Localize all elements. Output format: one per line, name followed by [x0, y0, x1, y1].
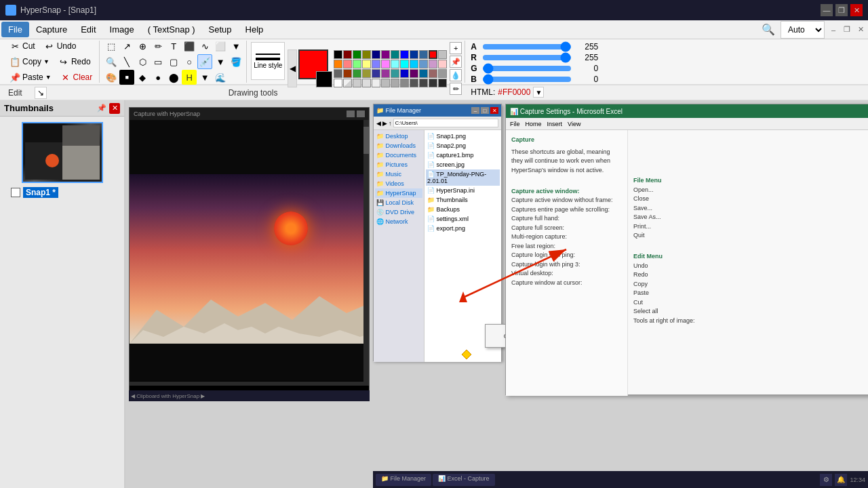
clear-button[interactable]: ✕ Clear — [56, 70, 97, 85]
h-scrollbar[interactable] — [130, 382, 369, 386]
color-swatch[interactable] — [438, 69, 447, 78]
black-diamond[interactable]: ◆ — [135, 70, 150, 85]
expand-color-btn[interactable]: ▼ — [533, 87, 544, 98]
maximize-button[interactable]: ❐ — [835, 4, 848, 16]
color-swatch[interactable] — [362, 69, 371, 78]
color-swatch[interactable] — [372, 50, 380, 59]
b-slider[interactable] — [483, 77, 571, 82]
menu-setup[interactable]: Setup — [202, 22, 239, 37]
fm-path[interactable]: C:\Users\ — [393, 119, 499, 127]
taskbar-item-2[interactable]: 📊 Excel - Capture — [433, 474, 495, 486]
color-swatch[interactable] — [343, 60, 352, 68]
color-swatch[interactable] — [410, 60, 418, 68]
crop-dropdown[interactable]: ▼ — [229, 39, 243, 54]
v-scrollbar[interactable] — [363, 120, 369, 386]
color-swatch[interactable] — [438, 79, 447, 87]
cut-button[interactable]: ✂ Cut — [5, 39, 39, 54]
black-rect[interactable]: ■ — [119, 70, 134, 85]
zoom-tool[interactable]: 🔍 — [104, 54, 119, 69]
color-swatch[interactable] — [353, 69, 361, 78]
color-swatch[interactable] — [391, 60, 399, 68]
xl-home-menu[interactable]: Home — [526, 121, 542, 127]
polygon-tool[interactable]: ⬡ — [135, 54, 150, 69]
color-swatch-selected[interactable] — [429, 50, 437, 59]
search-button[interactable]: 🔍 — [759, 20, 778, 39]
snap-name[interactable]: Snap1 * — [23, 187, 58, 198]
fm-item[interactable]: 💿 DVD Drive — [375, 207, 422, 217]
fm-min[interactable]: – — [471, 107, 479, 114]
fm-item[interactable]: 💾 Local Disk — [375, 198, 422, 207]
paste-button[interactable]: 📌 Paste ▼ — [5, 70, 56, 85]
eyedrop-color-btn[interactable]: 💧 — [450, 69, 462, 81]
text-tool[interactable]: T — [166, 39, 181, 54]
tb-close-btn[interactable]: ✕ — [854, 24, 867, 36]
zoom-select[interactable]: Auto 100% 50% 200% — [781, 21, 825, 39]
taskbar-settings[interactable]: ⚙ — [820, 474, 832, 486]
color-swatch[interactable] — [334, 60, 342, 68]
fm-item[interactable]: 📁 Downloads — [375, 141, 422, 150]
v-scrollbar-thumb[interactable] — [363, 127, 369, 154]
redo-button[interactable]: ↪ Redo — [54, 54, 95, 69]
selected-bg-color[interactable] — [316, 71, 332, 87]
color-swatch[interactable] — [362, 79, 371, 87]
color-swatch[interactable] — [391, 79, 399, 87]
ellipse-filled[interactable]: ⬤ — [166, 70, 181, 85]
color-swatch[interactable] — [372, 79, 380, 87]
color-swatch[interactable] — [429, 69, 437, 78]
crop-tool[interactable]: ⬜ — [213, 39, 228, 54]
highlight-dropdown[interactable]: ▼ — [197, 70, 212, 85]
copy-button[interactable]: 📋 Copy ▼ — [5, 54, 54, 69]
fm-item[interactable]: 📁 Music — [375, 169, 422, 179]
minimize-button[interactable]: — — [821, 4, 833, 16]
pencil-tool[interactable]: ✏ — [151, 39, 165, 54]
xl-view-menu[interactable]: View — [568, 121, 580, 127]
color-swatch[interactable] — [429, 60, 437, 68]
fm-forward[interactable]: ▶ — [382, 120, 387, 127]
file-item[interactable]: 📁 Backups — [426, 205, 500, 214]
file-item[interactable]: 📄 Snap2.png — [426, 141, 500, 150]
color-swatch[interactable] — [362, 50, 371, 59]
color-swatch[interactable] — [410, 69, 418, 78]
menu-help[interactable]: Help — [239, 22, 271, 37]
color-swatch[interactable] — [419, 69, 428, 78]
menu-textsnap[interactable]: ( TextSnap ) — [141, 22, 202, 37]
highlight-tool[interactable]: H — [182, 70, 197, 85]
file-item[interactable]: 📄 capture1.bmp — [426, 150, 500, 160]
fm-item[interactable]: 🌐 Network — [375, 217, 422, 226]
arrow-tool[interactable]: ↗ — [119, 39, 134, 54]
menu-file[interactable]: File — [1, 22, 29, 37]
snap-checkbox[interactable] — [11, 188, 20, 197]
rectangle-tool[interactable]: ▭ — [151, 54, 165, 69]
color-swatch[interactable] — [353, 60, 361, 68]
color-swatch[interactable] — [362, 60, 371, 68]
ellipse-tool[interactable]: ○ — [182, 54, 197, 69]
color-swatch[interactable] — [400, 79, 409, 87]
menu-edit[interactable]: Edit — [74, 22, 102, 37]
color-swatch[interactable] — [334, 69, 342, 78]
spray-tool[interactable]: 🌊 — [213, 70, 228, 85]
eyedropper-tool[interactable]: 💉 — [197, 54, 212, 69]
color-swatch[interactable] — [381, 60, 390, 68]
fm-item[interactable]: 📁 Documents — [375, 150, 422, 160]
multi-select[interactable]: ⊕ — [135, 39, 150, 54]
color-swatch-white[interactable] — [334, 79, 342, 87]
fm-up[interactable]: ↑ — [389, 120, 392, 127]
color-swatch[interactable] — [391, 50, 399, 59]
fm-back[interactable]: ◀ — [376, 120, 381, 127]
circle-filled[interactable]: ● — [151, 70, 165, 85]
tb-maximize-btn[interactable]: ❐ — [841, 24, 853, 36]
color-swatch[interactable] — [353, 50, 361, 59]
color-swatch[interactable] — [343, 69, 352, 78]
color-swatch[interactable] — [419, 60, 428, 68]
color-swatch[interactable] — [429, 79, 437, 87]
fm-item-selected[interactable]: 📁 HyperSnap — [375, 188, 422, 198]
curve-tool[interactable]: ∿ — [197, 39, 212, 54]
fm-item[interactable]: 📁 Videos — [375, 179, 422, 188]
file-item[interactable]: 📄 export.png — [426, 224, 500, 233]
paint-tool[interactable]: 🎨 — [104, 70, 119, 85]
thumbnail-snap1[interactable] — [22, 122, 103, 183]
color-swatch[interactable] — [381, 69, 390, 78]
taskbar-item-1[interactable]: 📁 File Manager — [376, 474, 431, 486]
color-swatch[interactable] — [372, 69, 380, 78]
color-swatch[interactable] — [400, 50, 409, 59]
